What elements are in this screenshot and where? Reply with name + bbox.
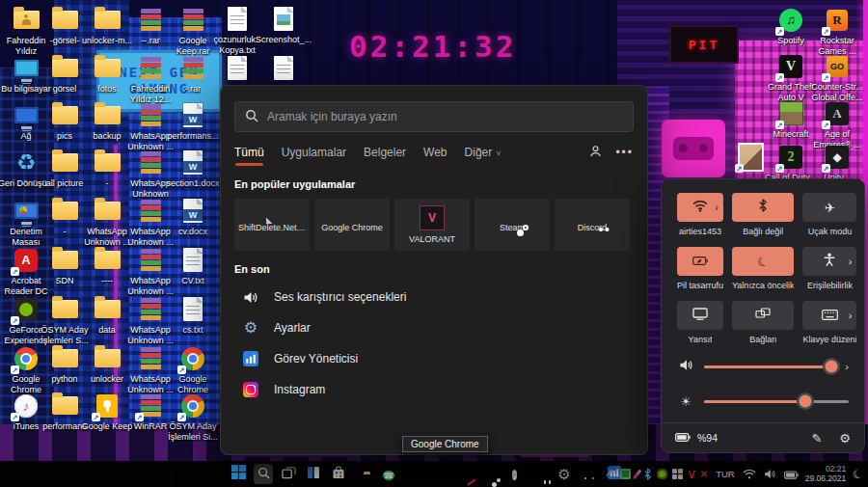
desktop-icon-label: - xyxy=(64,227,67,237)
taskbar-microsoft-store-button[interactable] xyxy=(329,464,348,484)
battery-saver-toggle-button[interactable] xyxy=(677,247,723,276)
desktop-icon-label: data xyxy=(98,325,116,336)
cod-icon: 2↗ xyxy=(775,143,806,171)
popular-app-discord[interactable]: Discord xyxy=(555,199,630,251)
battery-percent: %94 xyxy=(697,432,718,444)
edit-quick-settings-icon[interactable]: ✎ xyxy=(811,431,822,446)
quick-setting-pil-tasarrufu: Pil tasarrufu xyxy=(677,247,723,290)
taskbar-search-button[interactable] xyxy=(254,464,273,484)
desktop-icon-label: backup xyxy=(93,131,121,142)
taskbar-whatsapp-button[interactable]: ☎ xyxy=(379,464,398,484)
tray-bluetooth-icon[interactable] xyxy=(643,468,652,480)
taskbar-chrome-button[interactable] xyxy=(429,464,448,484)
tray-pen-icon[interactable] xyxy=(636,469,638,480)
desktop-icon-rockstar-games[interactable]: R↗Rockstar Games ... xyxy=(807,6,867,56)
word-icon xyxy=(177,101,208,129)
bluetooth-toggle-button[interactable] xyxy=(732,193,794,222)
recent-item-ayarlar[interactable]: ⚙Ayarlar xyxy=(234,312,634,343)
tab-web[interactable]: Web xyxy=(423,146,447,166)
focus-assist-moon-icon[interactable]: ☾ xyxy=(851,466,865,482)
taskbar-settings-button[interactable]: ⚙ xyxy=(555,464,574,484)
taskbar-tooltip: Google Chrome xyxy=(402,436,488,452)
taskbar-file-explorer-button[interactable] xyxy=(354,464,373,484)
desktop-icon-cv-docx[interactable]: cv.docx xyxy=(163,197,223,237)
keyboard-toggle-button[interactable]: › xyxy=(802,301,856,330)
whatsapp-icon: ☎ xyxy=(383,465,393,484)
desktop-icon-counter-str-global-offe[interactable]: GO↗Counter-Str... Global Offe... xyxy=(807,52,867,102)
desktop-icon-label: performans... xyxy=(167,131,218,142)
battery-icon xyxy=(675,432,691,444)
volume-slider-thumb[interactable] xyxy=(826,361,838,373)
chrome-icon: ↗ xyxy=(177,392,208,419)
popular-app-label: VALORANT xyxy=(409,234,455,244)
volume-chevron-icon[interactable]: › xyxy=(845,361,849,372)
taskbar-pinned-app-button[interactable] xyxy=(304,464,323,484)
tab-uygulamalar[interactable]: Uygulamalar xyxy=(282,146,346,166)
taskbar-clock[interactable]: 02:2129.06.2021 xyxy=(803,465,849,484)
connect-toggle-button[interactable] xyxy=(732,301,794,330)
language-indicator[interactable]: TUR xyxy=(713,469,738,479)
desktop-icon-cs-txt[interactable]: cs.txt xyxy=(163,295,223,336)
desktop-icon-sym-aday-i-lemleri-si[interactable]: ↗ÖSYM Aday İşlemleri Si... xyxy=(163,392,223,442)
tray-vanguard-error-icon[interactable]: ✕ xyxy=(700,469,708,479)
desktop-icon-section1-docx[interactable]: section1.docx xyxy=(163,149,223,189)
rar-icon xyxy=(177,6,208,34)
taskbar-itunes-button[interactable]: ♪ xyxy=(504,464,524,484)
tab-di-er[interactable]: Diğer˅ xyxy=(465,146,502,166)
tray-expand-icon[interactable] xyxy=(608,469,615,479)
desktop-icon-label: unlocker xyxy=(91,374,123,385)
accessibility-toggle-button[interactable]: › xyxy=(802,247,856,276)
moon-toggle-button[interactable]: ☾ xyxy=(732,247,794,276)
taskbar-steam-button[interactable] xyxy=(479,464,499,484)
taskbar-game-app-button[interactable] xyxy=(454,464,474,484)
desktop-icon-google-chrome[interactable]: ↗Google Chrome xyxy=(163,344,223,394)
recent-item-instagram[interactable]: Instagram xyxy=(234,374,634,405)
cast-toggle-button[interactable] xyxy=(677,301,723,330)
taskbar-task-view-button[interactable] xyxy=(279,464,298,484)
popular-app-shiftdelete-net-for[interactable]: ShiftDelete.Net For... xyxy=(234,199,310,251)
settings-gear-icon[interactable]: ⚙ xyxy=(839,431,851,446)
taskbar-app-icons: ☎♪⚙ xyxy=(229,461,624,487)
recent-item-ses-kar-t-r-c-se-enekleri[interactable]: Ses karıştırıcı seçenekleri xyxy=(234,282,634,312)
tab-belgeler[interactable]: Belgeler xyxy=(364,146,406,166)
popular-app-google-chrome[interactable]: Google Chrome xyxy=(314,199,390,251)
shortcut-arrow-icon: ↗ xyxy=(135,413,144,421)
desktop-icon-performans[interactable]: performans... xyxy=(163,101,223,142)
volume-slider[interactable] xyxy=(704,365,835,368)
desktop-icon-unity[interactable]: ◆↗Unity... xyxy=(807,143,867,183)
quick-setting-u-ak-modu: ✈Uçak modu xyxy=(802,193,856,236)
folder-icon xyxy=(49,6,80,34)
shortcut-arrow-icon: ↗ xyxy=(11,316,19,325)
quick-setting-label: Erişilebilirlik xyxy=(807,281,853,290)
tray-grid-app-icon[interactable] xyxy=(672,469,683,479)
taskbar-discord-button[interactable] xyxy=(529,464,549,484)
popular-app-valorant[interactable]: VVALORANT xyxy=(394,199,470,251)
system-tray-status[interactable] xyxy=(743,466,799,483)
shortcut-arrow-icon: ↗ xyxy=(177,413,186,421)
gear-icon: ⚙ xyxy=(241,320,260,336)
more-options-icon[interactable]: ••• xyxy=(615,149,634,155)
recent-item-g-rev-y-neticisi[interactable]: Görev Yöneticisi xyxy=(234,343,634,374)
brightness-slider[interactable] xyxy=(704,400,849,403)
brightness-slider-thumb[interactable] xyxy=(800,395,812,408)
desktop-icon-screenshot[interactable]: Screenshot_... xyxy=(254,5,313,45)
shortcut-arrow-icon: ↗ xyxy=(11,413,19,421)
tab-t-m[interactable]: Tümü xyxy=(234,146,264,166)
quick-setting-label: Bağlan xyxy=(749,335,776,344)
search-input[interactable]: Aramak için buraya yazın xyxy=(234,101,634,132)
tray-vanguard-icon[interactable]: V xyxy=(688,469,694,480)
taskbar-start-button[interactable] xyxy=(229,464,248,484)
shortcut-arrow-icon: ↗ xyxy=(775,73,784,82)
search-icon xyxy=(258,466,270,483)
taskbar-instagram-button[interactable] xyxy=(580,464,599,484)
taskbar-brave-button[interactable] xyxy=(404,464,423,484)
microsoft-store-icon xyxy=(332,466,345,483)
tray-nvidia-icon[interactable] xyxy=(657,469,667,479)
desktop-icon-cv-txt[interactable]: CV.txt xyxy=(163,246,223,286)
popular-app-steam[interactable]: Steam xyxy=(475,199,550,251)
chrome-icon: ↗ xyxy=(177,344,208,372)
tray-green-app-icon[interactable] xyxy=(620,469,631,479)
account-icon[interactable] xyxy=(589,145,602,160)
airplane-toggle-button[interactable]: ✈ xyxy=(802,193,856,222)
wifi-toggle-button[interactable]: › xyxy=(677,193,723,222)
